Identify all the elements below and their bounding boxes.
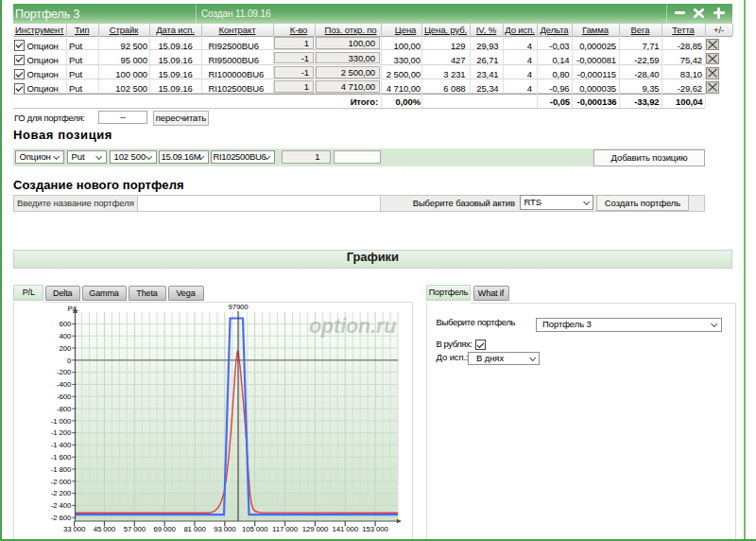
svg-text:81 000: 81 000 bbox=[183, 525, 206, 533]
svg-text:P/L: P/L bbox=[68, 305, 79, 313]
svg-text:-2 200: -2 200 bbox=[51, 489, 72, 497]
svg-text:-1 200: -1 200 bbox=[51, 428, 72, 437]
svg-text:153 000: 153 000 bbox=[362, 525, 388, 533]
svg-text:-1 000: -1 000 bbox=[51, 417, 72, 426]
svg-text:-800: -800 bbox=[57, 405, 72, 413]
svg-text:57 000: 57 000 bbox=[124, 525, 146, 533]
svg-text:105 000: 105 000 bbox=[242, 525, 268, 533]
svg-text:-600: -600 bbox=[57, 393, 72, 401]
svg-text:33 000: 33 000 bbox=[63, 525, 86, 533]
svg-text:option.ru: option.ru bbox=[309, 315, 396, 338]
svg-text:-2 000: -2 000 bbox=[51, 478, 72, 486]
svg-text:93 000: 93 000 bbox=[214, 525, 236, 533]
svg-text:400: 400 bbox=[59, 332, 71, 340]
svg-text:97900: 97900 bbox=[228, 303, 249, 311]
svg-text:-1 400: -1 400 bbox=[51, 441, 72, 449]
svg-text:141 000: 141 000 bbox=[333, 525, 359, 533]
svg-text:0: 0 bbox=[67, 357, 72, 365]
svg-text:129 000: 129 000 bbox=[302, 525, 329, 533]
svg-text:-2 600: -2 600 bbox=[51, 514, 72, 522]
svg-text:-2 400: -2 400 bbox=[51, 501, 72, 510]
svg-text:45 000: 45 000 bbox=[94, 525, 116, 533]
svg-text:600: 600 bbox=[59, 320, 71, 328]
svg-text:-1 800: -1 800 bbox=[51, 465, 72, 474]
svg-text:117 000: 117 000 bbox=[272, 525, 299, 533]
svg-text:69 000: 69 000 bbox=[154, 525, 177, 533]
svg-text:-1 600: -1 600 bbox=[51, 453, 72, 462]
svg-text:200: 200 bbox=[59, 344, 71, 353]
svg-text:-400: -400 bbox=[57, 380, 72, 389]
svg-text:-200: -200 bbox=[57, 368, 72, 376]
